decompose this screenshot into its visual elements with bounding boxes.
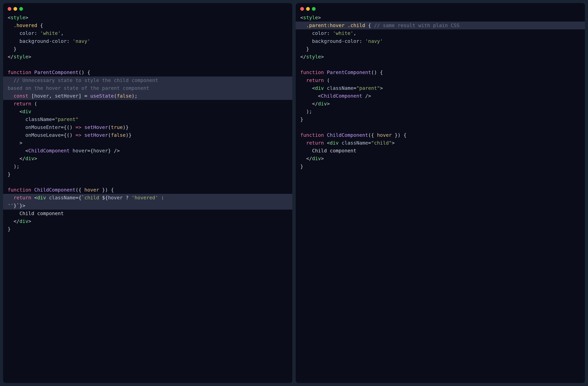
code-line: background-color: 'navy' bbox=[296, 37, 585, 45]
minimize-icon[interactable] bbox=[14, 7, 17, 11]
token: style bbox=[11, 15, 25, 20]
token: ={` bbox=[76, 195, 84, 201]
token: > bbox=[25, 15, 28, 20]
token: => bbox=[76, 124, 82, 130]
code-line: Child component bbox=[296, 147, 585, 155]
token: ChildComponent bbox=[28, 148, 70, 154]
token: return bbox=[14, 195, 31, 201]
token: ChildComponent bbox=[327, 132, 368, 138]
close-icon[interactable] bbox=[8, 7, 11, 11]
token: )} bbox=[123, 124, 129, 130]
token: hover bbox=[34, 93, 49, 99]
token: </ bbox=[8, 54, 14, 60]
token bbox=[300, 140, 306, 146]
token: </ bbox=[300, 101, 318, 107]
code-line bbox=[3, 178, 292, 186]
code-area-right[interactable]: <style> .parent:hover .child { // same r… bbox=[296, 12, 585, 175]
token bbox=[300, 77, 306, 83]
code-line: ); bbox=[296, 108, 585, 116]
token bbox=[324, 85, 327, 91]
token: , bbox=[49, 93, 55, 99]
token: ={() bbox=[61, 124, 76, 130]
token: > bbox=[327, 101, 330, 107]
token: div bbox=[25, 155, 34, 161]
token: className bbox=[342, 140, 368, 146]
token: div bbox=[20, 218, 28, 224]
token: () { bbox=[371, 69, 383, 75]
code-line: return <div className={`child ${hover ? … bbox=[3, 194, 292, 202]
code-line: } bbox=[3, 171, 292, 178]
token bbox=[82, 124, 84, 130]
token bbox=[8, 195, 14, 201]
token: , bbox=[353, 30, 356, 36]
token: const bbox=[14, 93, 28, 99]
token bbox=[8, 116, 25, 122]
token: ( bbox=[108, 132, 111, 138]
token: [ bbox=[28, 93, 34, 99]
token: = bbox=[368, 140, 371, 146]
token bbox=[324, 132, 327, 138]
token: : bbox=[158, 195, 167, 201]
token bbox=[8, 77, 14, 83]
token: }) { bbox=[99, 187, 114, 193]
code-line bbox=[296, 123, 585, 131]
token bbox=[8, 30, 20, 36]
code-line: function ParentComponent() { bbox=[296, 69, 585, 76]
token: div bbox=[37, 195, 46, 201]
token: 'navy' bbox=[365, 38, 383, 44]
token: : bbox=[359, 38, 365, 44]
token: div bbox=[318, 101, 327, 107]
token: setHover bbox=[84, 124, 108, 130]
token: ( bbox=[31, 101, 37, 107]
maximize-icon[interactable] bbox=[312, 7, 315, 11]
token: ); bbox=[8, 164, 20, 169]
code-line: color: 'white', bbox=[296, 29, 585, 37]
token: ChildComponent bbox=[321, 93, 362, 99]
token: () { bbox=[78, 69, 90, 75]
token: return bbox=[306, 140, 324, 146]
token: } /> bbox=[108, 148, 120, 154]
token: false bbox=[117, 93, 131, 99]
token: hover bbox=[84, 187, 99, 193]
close-icon[interactable] bbox=[300, 7, 304, 11]
token: Child component bbox=[8, 211, 64, 216]
token: , bbox=[61, 30, 64, 36]
code-line: <div className="parent"> bbox=[296, 84, 585, 92]
code-line: based on the hover state of the parent c… bbox=[3, 84, 292, 92]
code-line: } bbox=[3, 45, 292, 53]
code-line: </div> bbox=[3, 217, 292, 225]
token: => bbox=[76, 132, 82, 138]
token: function bbox=[300, 69, 324, 75]
token: Child component bbox=[300, 148, 356, 154]
token: ({ bbox=[368, 132, 377, 138]
token: color bbox=[312, 30, 327, 36]
token bbox=[338, 140, 341, 146]
token: < bbox=[31, 195, 37, 201]
token: color bbox=[20, 30, 34, 36]
code-area-left[interactable]: <style> .hovered { color: 'white', backg… bbox=[3, 12, 292, 238]
token: false bbox=[111, 132, 126, 138]
token: ${ bbox=[102, 195, 108, 201]
token: child bbox=[84, 195, 102, 201]
token: function bbox=[8, 187, 31, 193]
token: /> bbox=[362, 93, 371, 99]
token: // Unnecessary state to style the child … bbox=[14, 77, 161, 83]
token bbox=[46, 195, 49, 201]
token: = bbox=[353, 85, 356, 91]
token: </ bbox=[8, 155, 25, 161]
token: ({ bbox=[76, 187, 84, 193]
token: > bbox=[318, 15, 321, 20]
code-window-right: <style> .parent:hover .child { // same r… bbox=[296, 3, 585, 383]
code-line: <ChildComponent hover={hover} /> bbox=[3, 147, 292, 155]
token: className bbox=[327, 85, 353, 91]
minimize-icon[interactable] bbox=[306, 7, 310, 11]
token: > bbox=[8, 140, 22, 146]
code-line: return ( bbox=[296, 77, 585, 84]
maximize-icon[interactable] bbox=[19, 7, 23, 11]
token: setHover bbox=[84, 132, 108, 138]
token: < bbox=[8, 148, 28, 154]
code-line: ''}`}> bbox=[3, 202, 292, 210]
token bbox=[300, 30, 312, 36]
token: useState bbox=[90, 93, 114, 99]
token: className bbox=[25, 116, 52, 122]
